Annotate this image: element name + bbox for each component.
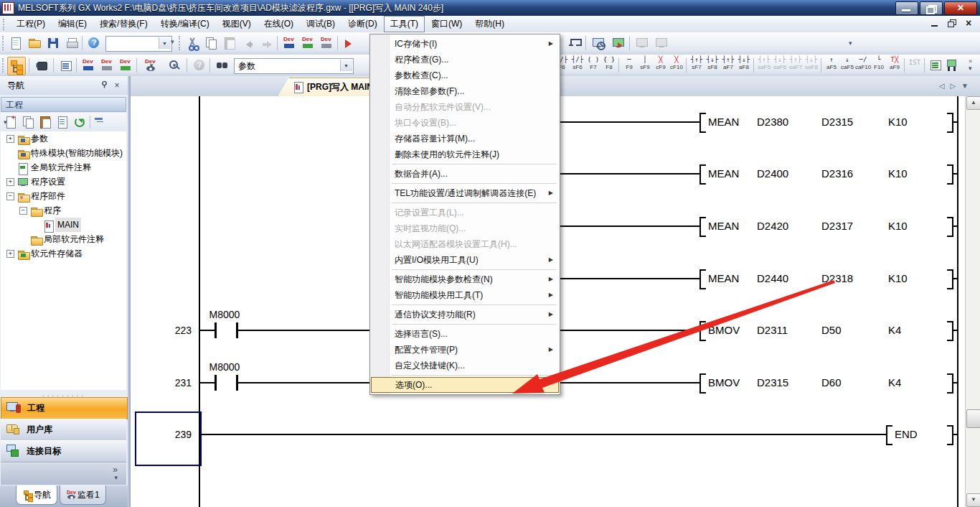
menuitem-memory-capacity-calc[interactable]: 存储器容量计算(M)... [370, 131, 560, 146]
monitor-wave1-button[interactable] [633, 34, 651, 52]
operand[interactable]: D2316 [821, 167, 853, 180]
menuitem-custom-shortcut[interactable]: 自定义快捷键(K)... [370, 358, 560, 373]
restore-button[interactable] [920, 1, 943, 15]
ladder-branch-down-button[interactable]: ↓caF5 [839, 56, 855, 75]
operand[interactable]: D2318 [821, 272, 853, 285]
collapse-icon[interactable] [6, 192, 14, 200]
monitor-search-button[interactable] [590, 34, 607, 52]
operand[interactable]: D2420 [757, 220, 788, 233]
expand-icon[interactable] [6, 135, 14, 143]
operand[interactable]: K10 [888, 272, 908, 285]
menu-online[interactable]: 在线(O) [258, 16, 300, 32]
mdi-minimize-icon[interactable] [930, 19, 940, 28]
tree-item-local-comment[interactable]: 局部软元件注释 [1, 232, 126, 246]
write-to-plc-button[interactable] [341, 34, 359, 52]
scroll-down-icon[interactable] [966, 493, 980, 507]
nav-button-connection[interactable]: 连接目标 [1, 440, 126, 462]
ladder-delete-vline-button[interactable]: ╳cF10 [669, 56, 684, 75]
operand[interactable]: D2315 [821, 116, 853, 129]
operand[interactable]: K10 [888, 220, 908, 233]
print-button[interactable] [63, 34, 80, 52]
sort-filter-icon[interactable] [93, 115, 108, 129]
menuitem-protocol-support[interactable]: 通信协议支持功能(R) [370, 307, 560, 322]
ladder-pulse-rising-button[interactable]: ┤↑├sF7 [689, 56, 705, 75]
tree-item-program-folder[interactable]: 程序 [1, 203, 126, 218]
expand-icon[interactable] [6, 250, 14, 258]
contact-icon[interactable] [215, 375, 217, 391]
operand[interactable]: K10 [888, 116, 908, 129]
close-icon[interactable]: × [112, 80, 122, 90]
refresh-icon[interactable] [72, 115, 87, 129]
pin-icon[interactable] [99, 80, 109, 90]
monitor-wave2-button[interactable] [653, 34, 670, 52]
menuitem-intelligent-module-tool[interactable]: 智能功能模块用工具(T) [370, 287, 560, 303]
chevron-down-icon[interactable]: ▾ [4, 118, 7, 126]
instruction[interactable]: MEAN [708, 167, 739, 180]
toolbar-overflow-icon[interactable]: »▾ [969, 57, 972, 72]
ladder-vline-button[interactable]: │sF9 [637, 56, 653, 75]
menuitem-builtin-io-tool[interactable]: 内置I/O模块用工具(U) [370, 252, 560, 268]
device-batch-button[interactable] [118, 57, 135, 74]
operand[interactable]: D2315 [757, 376, 788, 389]
operand[interactable]: D2380 [757, 116, 788, 129]
menuitem-options[interactable]: 选项(O)... [371, 377, 559, 393]
device-combobox[interactable]: 参数 [234, 58, 354, 74]
ladder-pulse-falling-button[interactable]: ┤↓├sF8 [705, 56, 720, 75]
menu-debug[interactable]: 调试(B) [300, 16, 341, 32]
window-switch-button[interactable] [610, 34, 627, 52]
operand[interactable]: D2400 [757, 167, 788, 180]
device-hex-button[interactable] [319, 34, 336, 52]
ladder-invert-button[interactable]: ─/caF10 [855, 56, 871, 75]
contact-icon[interactable] [215, 322, 217, 338]
tab-scroll-arrows[interactable] [939, 82, 974, 90]
menu-find-replace[interactable]: 搜索/替换(F) [93, 16, 154, 32]
device-find-button[interactable] [80, 57, 98, 74]
chevron-down-icon[interactable] [159, 37, 171, 49]
instruction[interactable]: MEAN [708, 272, 739, 285]
menuitem-intelligent-param-check[interactable]: 智能功能模块参数检查(N) [370, 271, 560, 287]
device-write-button[interactable] [281, 34, 298, 52]
nav-buttons-overflow[interactable] [1, 463, 126, 485]
operand[interactable]: D2317 [821, 220, 853, 233]
redo-button[interactable] [258, 34, 275, 52]
menu-help[interactable]: 帮助(H) [468, 16, 511, 32]
menuitem-language-select[interactable]: 选择语言(S)... [370, 326, 560, 342]
mdi-restore-icon[interactable] [947, 19, 957, 28]
ladder-f10-button[interactable]: └F10 [871, 56, 887, 75]
device-display-button[interactable]: ▾ [141, 57, 162, 74]
property-button[interactable] [55, 115, 70, 129]
instruction[interactable]: BMOV [708, 376, 740, 389]
operand[interactable]: K4 [888, 376, 901, 389]
ladder-hline-button[interactable]: ─F9 [621, 56, 637, 75]
ladder-parallel-closed-button[interactable]: ┤/├sF6 [570, 56, 585, 75]
navigation-toggle-button[interactable] [7, 57, 26, 75]
ladder-application-instr-button[interactable]: { }F8 [601, 56, 617, 75]
device-monitor-button[interactable] [300, 34, 317, 52]
pulse-step-button[interactable] [567, 34, 584, 52]
inline-st-edit-button[interactable] [927, 56, 944, 73]
tree-item-main[interactable]: MAIN [1, 218, 126, 232]
ladder-coil-button[interactable]: ( )F7 [585, 56, 601, 75]
find-device-button[interactable] [214, 57, 231, 74]
tab-navigation[interactable]: 导航 [16, 485, 57, 505]
menu-diagnostics[interactable]: 诊断(D) [341, 16, 384, 32]
instruction[interactable]: MEAN [708, 220, 739, 233]
tree-item-special-module[interactable]: 特殊模块(智能功能模块) [1, 146, 126, 160]
open-project-button[interactable] [26, 34, 43, 52]
scrollbar-thumb[interactable] [966, 409, 980, 428]
list-view-button[interactable] [57, 57, 75, 74]
paste-button[interactable] [221, 34, 238, 52]
close-button[interactable] [944, 1, 977, 15]
ladder-delete-branch-button[interactable]: T╳aF9 [887, 56, 903, 75]
operand[interactable]: D2440 [757, 272, 788, 285]
menu-view[interactable]: 视图(V) [216, 16, 258, 32]
mdi-close-icon[interactable] [964, 19, 974, 28]
menu-tools[interactable]: 工具(T) [384, 16, 425, 32]
cut-button[interactable] [184, 34, 201, 52]
paste-data-button[interactable] [38, 115, 52, 129]
menuitem-clear-all-parameters[interactable]: 清除全部参数(F)... [370, 83, 560, 99]
instruction[interactable]: END [895, 428, 918, 441]
menu-compile[interactable]: 转换/编译(C) [154, 16, 216, 32]
menu-window[interactable]: 窗口(W) [425, 16, 468, 32]
chevron-down-icon[interactable] [340, 60, 352, 71]
